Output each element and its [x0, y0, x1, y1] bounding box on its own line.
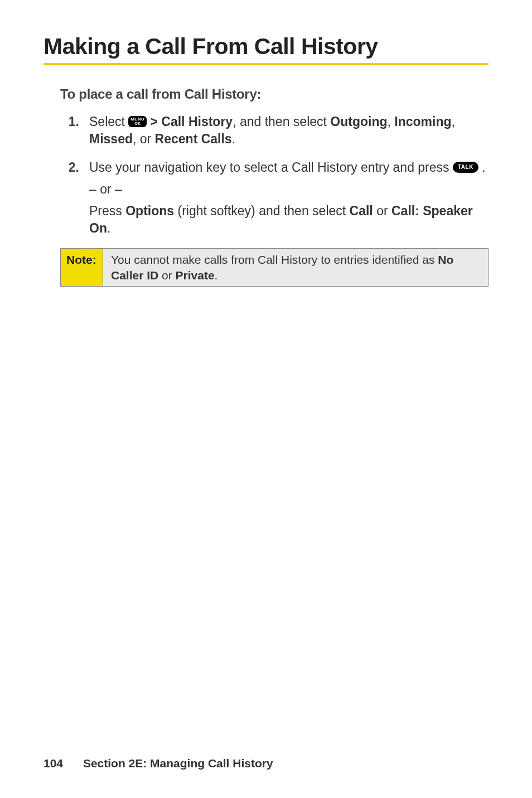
step-number: 1. — [60, 113, 89, 148]
note-label: Note: — [61, 249, 103, 286]
text: , or — [133, 132, 155, 146]
talk-icon: TALK — [453, 162, 478, 173]
text: You cannot make calls from Call History … — [111, 253, 438, 266]
text-bold: Options — [125, 204, 174, 218]
text-bold: Private — [176, 269, 215, 282]
text: , — [452, 114, 455, 129]
text: Use your navigation key to select a Call… — [89, 160, 453, 175]
note-text: You cannot make calls from Call History … — [103, 249, 488, 286]
section-label: Section 2E: Managing Call History — [83, 757, 273, 770]
step-number: 2. — [60, 159, 89, 237]
text: or — [373, 204, 391, 218]
text: Press — [89, 204, 125, 218]
text: . — [107, 221, 110, 235]
text-bold: Incoming — [394, 114, 451, 129]
text-bold: Outgoing — [330, 114, 387, 129]
text-bold: Call History — [161, 114, 233, 129]
text: , and then select — [233, 114, 330, 129]
icon-text: MENU — [130, 117, 144, 122]
subheading: To place a call from Call History: — [60, 86, 489, 102]
text-bold: Missed — [89, 132, 133, 146]
page-number: 104 — [43, 757, 63, 770]
icon-text: OK — [134, 122, 141, 125]
text-bold: > — [150, 114, 161, 129]
text: , — [388, 114, 395, 129]
title-underline — [43, 63, 489, 65]
page-footer: 104 Section 2E: Managing Call History — [43, 757, 273, 770]
text: . — [478, 160, 486, 175]
step-1: 1. Select MENU OK > Call History, and th… — [60, 113, 489, 148]
step-body: Use your navigation key to select a Call… — [89, 159, 489, 237]
menu-ok-icon: MENU OK — [128, 116, 147, 127]
text: Select — [89, 114, 128, 129]
text-bold: Call — [350, 204, 373, 218]
page-title: Making a Call From Call History — [43, 33, 489, 60]
step-body: Select MENU OK > Call History, and then … — [89, 113, 489, 148]
text: . — [215, 269, 218, 282]
text: or — [158, 269, 175, 282]
step-2: 2. Use your navigation key to select a C… — [60, 159, 489, 237]
text: (right softkey) and then select — [174, 204, 350, 218]
text-bold: Recent Calls — [155, 132, 232, 146]
text: . — [232, 132, 235, 146]
steps-list: 1. Select MENU OK > Call History, and th… — [60, 113, 489, 237]
or-separator: – or – — [89, 181, 489, 198]
note-box: Note: You cannot make calls from Call Hi… — [60, 248, 489, 287]
